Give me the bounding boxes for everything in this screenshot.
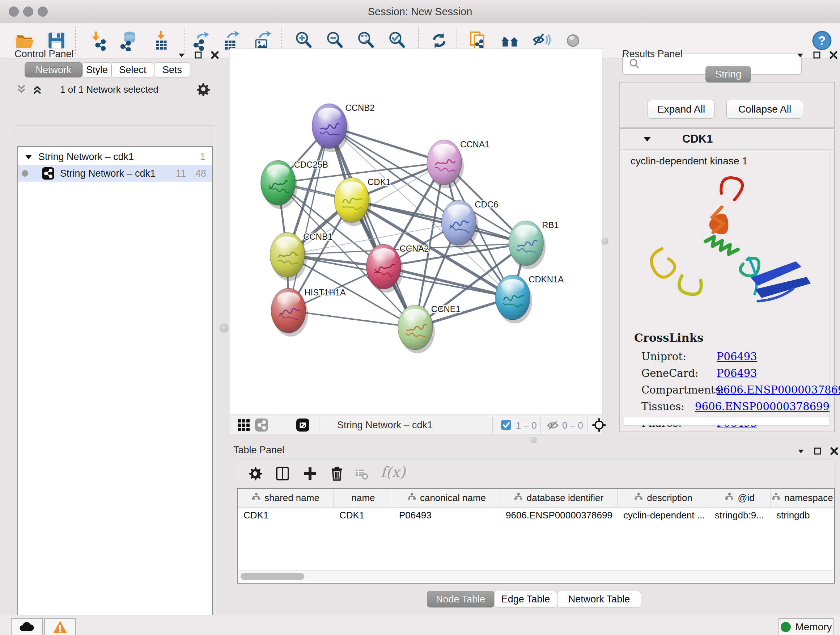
tab-network-table[interactable]: Network Table [557,591,641,608]
node-CCNA1[interactable]: CCNA1 [427,139,489,188]
panel-close-icon[interactable] [830,447,838,455]
column-header-@id[interactable]: @id [709,489,771,507]
column-namespace-icon [725,492,734,504]
crosslink-link[interactable]: 9606.ENSP00000378699 [695,401,829,413]
crosslink-row: GeneCard:P06493 [624,365,829,382]
hidden-eye-icon[interactable] [546,419,559,433]
show-columns-icon[interactable] [274,465,291,483]
create-column-icon[interactable] [302,465,318,483]
tab-network[interactable]: Network [25,62,82,78]
column-header-namespace[interactable]: namespace [771,489,834,507]
panel-float-icon[interactable] [813,447,822,455]
entry-description: cyclin-dependent kinase 1 [630,155,748,167]
node-table[interactable]: shared namenamecanonical namedatabase id… [237,488,835,584]
cell-description[interactable]: cyclin-dependent ... [617,507,709,524]
toolbar-separator [275,417,275,433]
edge-CDK1-RB1[interactable] [352,200,526,243]
expand-all-button[interactable]: Expand All [647,100,715,119]
delete-column-trash-icon[interactable] [328,465,345,483]
network-row-selected[interactable]: String Network – cdk1 11 48 [18,165,212,182]
delete-table-icon-disabled [355,467,369,483]
memory-button[interactable]: Memory [778,618,834,635]
node-CDC25B[interactable]: CDC25B [261,160,328,209]
string-result-card: CDK1 cyclin-dependent kinase 1 [619,128,835,432]
control-panel-title: Control Panel [14,49,74,60]
birdseye-view-icon[interactable] [592,418,606,434]
entry-expander-icon[interactable] [643,134,652,144]
cell-canonical-name[interactable]: P06493 [393,507,500,524]
panel-float-icon[interactable] [194,51,202,59]
node-CCNA2[interactable]: CCNA2 [366,244,429,293]
scrollbar-thumb[interactable] [240,573,304,580]
network-options-gear-icon[interactable] [195,81,211,98]
collection-expander-icon[interactable] [24,152,33,162]
cell-shared-name[interactable]: CDK1 [238,507,333,524]
result-entry-header[interactable]: CDK1 [620,129,834,149]
right-splitter-handle[interactable] [601,238,608,245]
cell-name[interactable]: CDK1 [333,507,393,524]
grid-view-icon[interactable] [237,418,250,433]
network-view-canvas[interactable]: CCNB2CCNA1CDC25BCDK1CDC6RB1CCNB1CCNA2CDK… [230,48,602,415]
collapse-all-button[interactable]: Collapse All [726,100,803,119]
panel-close-icon[interactable] [829,51,838,59]
cytoscape-window: Session: New Session [0,0,840,635]
network-collection-row[interactable]: String Network – cdk1 1 [18,149,212,165]
title-bar: Session: New Session [0,0,840,24]
cell-database-identifier[interactable]: 9606.ENSP00000378699 [500,507,617,524]
control-panel: Control Panel NetworkStyleSelectSets 1 o… [4,47,215,603]
node-label-CDKN1A: CDKN1A [529,274,564,284]
panel-close-icon[interactable] [210,51,219,59]
column-header-description[interactable]: description [617,489,709,507]
table-gear-icon[interactable] [247,465,264,483]
string-network-graph[interactable]: CCNB2CCNA1CDC25BCDK1CDC6RB1CCNB1CCNA2CDK… [230,49,602,415]
panel-menu-icon[interactable] [797,447,805,455]
panel-menu-icon[interactable] [796,51,805,59]
crosslink-link[interactable]: P06493 [717,350,757,363]
detach-view-icon[interactable] [296,418,309,433]
network-view-toolbar: String Network – cdk1 1 – 0 0 – 0 [230,415,602,434]
tab-string[interactable]: String [706,66,751,82]
column-header-canonical-name[interactable]: canonical name [393,489,500,507]
selected-checkbox-icon[interactable] [501,420,512,432]
crosslink-link[interactable]: 9606.ENSP00000378699 [717,384,840,396]
tab-style[interactable]: Style [82,62,111,78]
column-namespace-icon [407,492,416,504]
panel-float-icon[interactable] [813,51,821,59]
node-HIST1H1A[interactable]: HIST1H1A [271,287,346,337]
node-label-CDK1: CDK1 [368,177,391,187]
hidden-counts: 0 – 0 [562,420,583,431]
node-CDKN1A[interactable]: CDKN1A [495,274,564,324]
node-CDC6[interactable]: CDC6 [441,200,498,249]
table-row[interactable]: CDK1CDK1P064939606.ENSP00000378699cyclin… [238,507,834,524]
node-CCNB2[interactable]: CCNB2 [312,103,375,152]
node-CCNB1[interactable]: CCNB1 [270,232,332,281]
results-buttons-card: Expand All Collapse All [619,82,835,128]
panel-menu-icon[interactable] [177,51,186,59]
tab-select[interactable]: Select [111,62,154,78]
left-splitter-handle[interactable] [219,323,229,333]
svg-text:?: ? [818,34,826,47]
node-label-HIST1H1A: HIST1H1A [304,287,346,297]
network-view-share-icon[interactable] [255,418,268,433]
column-header-shared-name[interactable]: shared name [238,489,333,507]
horizontal-scrollbar[interactable] [238,570,834,582]
cell-namespace[interactable]: stringdb [771,507,834,524]
tab-node-table[interactable]: Node Table [427,591,494,608]
node-CCNE1[interactable]: CCNE1 [398,304,461,353]
tab-sets[interactable]: Sets [154,62,190,78]
network-share-icon [41,166,55,180]
crosslink-link[interactable]: P06493 [717,367,757,379]
results-panel-window-icons [796,51,838,59]
edge-CCNB2-CCNE1[interactable] [329,126,415,327]
column-header-database-identifier[interactable]: database identifier [500,489,617,507]
memory-status-dot [781,622,791,632]
selected-counts: 1 – 0 [516,420,537,431]
tab-edge-table[interactable]: Edge Table [494,591,557,608]
toolbar-separator [540,417,541,433]
cell-@id[interactable]: stringdb:9... [709,507,771,524]
column-header-name[interactable]: name [333,489,393,507]
node-RB1[interactable]: RB1 [508,220,559,269]
results-panel: Results Panel String Expand All Collapse… [615,47,838,442]
warning-button[interactable] [44,618,76,635]
cloud-button[interactable] [11,618,43,635]
